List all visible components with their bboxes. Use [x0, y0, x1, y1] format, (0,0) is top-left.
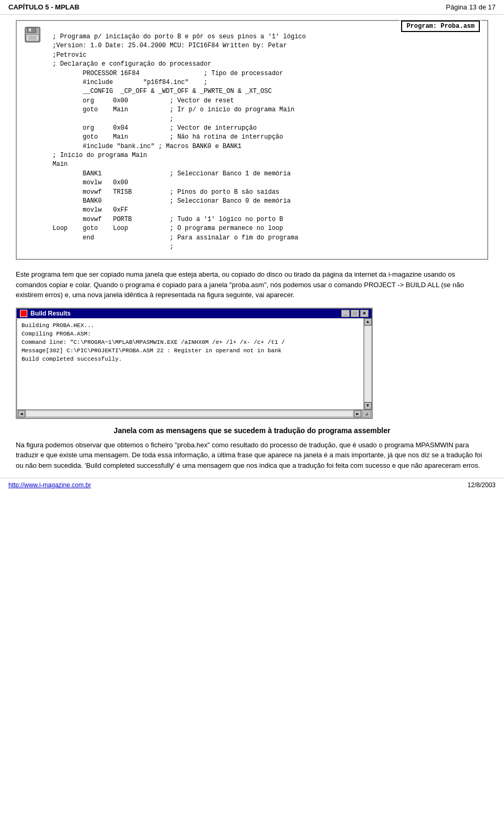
scroll-up-arrow[interactable]: ▲	[364, 318, 372, 326]
code-line: Main	[52, 160, 478, 169]
page-header: CAPÍTULO 5 - MPLAB Página 13 de 17	[0, 0, 504, 15]
build-line: Message[302] C:\PIC\PROJEKTI\PROBA.ASM 2…	[22, 347, 361, 355]
scroll-right-arrow[interactable]: ►	[354, 410, 361, 417]
build-titlebar-controls: _ □ ✕	[341, 310, 369, 317]
code-line: ; Início do programa Main	[52, 151, 478, 160]
code-line: org 0x04 ; Vector de interrupção	[52, 124, 478, 133]
code-line: #include "bank.inc" ; Macros BANK0 e BAN…	[52, 142, 478, 151]
code-line: end ; Para assinalar o fim do programa	[52, 234, 478, 243]
maximize-button[interactable]: □	[351, 310, 359, 317]
code-line: movwf TRISB ; Pinos do porto B são saída…	[52, 188, 478, 197]
code-line: ; Declaração e configuração do processad…	[52, 60, 478, 69]
build-line: Building PROBA.HEX...	[22, 322, 361, 330]
code-lines: ; Programa p/ iniciação do porto B e pôr…	[52, 33, 478, 251]
code-line: PROCESSOR 16F84 ; Tipo de processador	[52, 69, 478, 78]
build-line: Compiling PROBA.ASM:	[22, 330, 361, 339]
footer-date: 12/8/2003	[468, 481, 496, 489]
build-window: Build Results _ □ ✕ Building PROBA.HEX..…	[16, 308, 373, 419]
build-titlebar-left: Build Results	[20, 310, 71, 317]
code-line: BANK1 ; Seleccionar Banco 1 de memória	[52, 170, 478, 178]
scroll-down-arrow[interactable]: ▼	[364, 402, 372, 410]
footer-url[interactable]: http://www.i-magazine.com.br	[8, 481, 91, 489]
build-titlebar: Build Results _ □ ✕	[17, 309, 372, 318]
section-caption: Janela com as mensagens que se sucedem à…	[16, 426, 488, 435]
build-line: Command line: "C:\PROGRA~1\MPLAB\MPASMWI…	[22, 339, 361, 347]
code-line: goto Main ; Não há rotina de interrupção	[52, 133, 478, 142]
code-line: movlw 0x00	[52, 178, 478, 187]
minimize-button[interactable]: _	[341, 310, 350, 317]
code-line: ;Version: 1.0 Date: 25.04.2000 MCU: PIC1…	[52, 41, 478, 50]
resize-handle[interactable]: ⊿	[362, 410, 371, 417]
paragraph2: Na figura podemos observar que obtemos o…	[16, 440, 488, 471]
build-content: Building PROBA.HEX... Compiling PROBA.AS…	[17, 318, 372, 410]
vertical-scrollbar[interactable]: ▲ ▼	[363, 318, 372, 410]
build-line: Build completed successfully.	[22, 355, 361, 364]
build-window-icon	[20, 310, 27, 317]
code-line: __CONFIG _CP_OFF & _WDT_OFF & _PWRTE_ON …	[52, 87, 478, 96]
code-line: movwf PORTB ; Tudo a '1' lógico no porto…	[52, 215, 478, 224]
code-line: ;	[52, 243, 478, 251]
paragraph1: Este programa tem que ser copiado numa j…	[16, 269, 488, 300]
page-number: Página 13 de 17	[446, 3, 496, 11]
scroll-left-arrow[interactable]: ◄	[18, 410, 25, 417]
build-content-area: Building PROBA.HEX... Compiling PROBA.AS…	[17, 318, 372, 410]
main-content: Program: Proba.asm ; Programa p/ iniciaç…	[0, 20, 504, 470]
floppy-icon	[24, 26, 41, 45]
svg-rect-4	[28, 36, 37, 40]
code-line: #include "p16f84.inc" ;	[52, 78, 478, 87]
code-line: goto Main ; Ir p/ o início do programa M…	[52, 106, 478, 114]
chapter-title: CAPÍTULO 5 - MPLAB	[8, 3, 79, 11]
close-button[interactable]: ✕	[360, 310, 369, 317]
build-window-title: Build Results	[30, 310, 71, 317]
page-footer: http://www.i-magazine.com.br 12/8/2003	[0, 478, 504, 492]
program-label-container: Program: Proba.asm	[399, 20, 482, 32]
code-line: org 0x00 ; Vector de reset	[52, 97, 478, 106]
svg-rect-2	[29, 28, 31, 32]
code-line: ;	[52, 115, 478, 124]
svg-rect-1	[27, 27, 36, 33]
code-box: Program: Proba.asm ; Programa p/ iniciaç…	[16, 20, 488, 260]
code-line: BANK0 ; Seleccionar Banco 0 de memória	[52, 197, 478, 206]
code-line: ;Petrovic	[52, 51, 478, 60]
code-line: movlw 0xFF	[52, 206, 478, 215]
code-line: ; Programa p/ iniciação do porto B e pôr…	[52, 33, 478, 41]
program-label: Program: Proba.asm	[401, 20, 480, 32]
horizontal-scrollbar[interactable]: ◄ ► ⊿	[17, 410, 372, 418]
code-line: Loop goto Loop ; O programa permanece no…	[52, 224, 478, 233]
